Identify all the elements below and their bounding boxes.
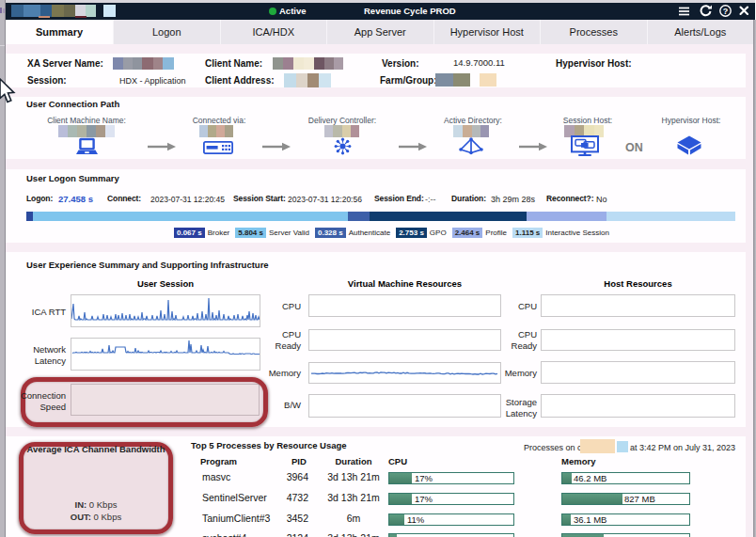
svg-text:?: ? [723, 7, 729, 16]
